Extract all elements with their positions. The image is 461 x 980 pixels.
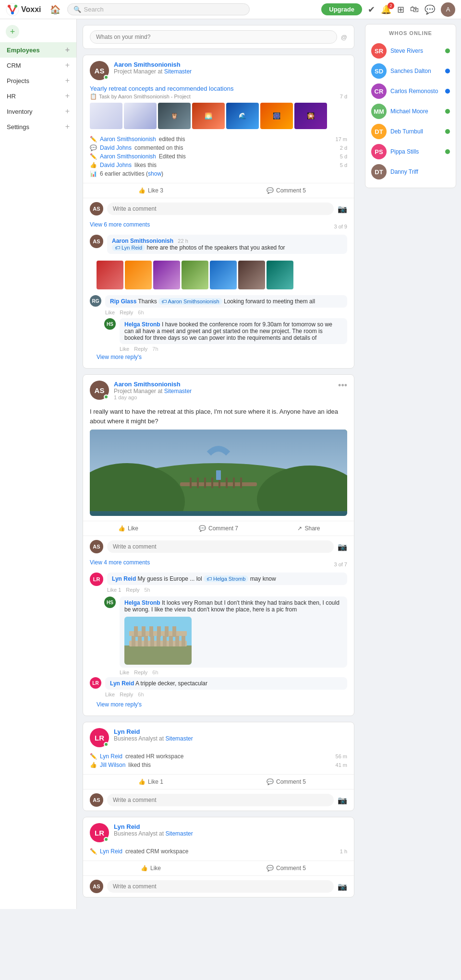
lyn-like[interactable]: Like 1: [107, 587, 121, 593]
show-more-btn[interactable]: show: [148, 170, 161, 177]
comment-mention-1[interactable]: 🏷 Lyn Reid: [112, 244, 145, 251]
activity-user-p3-1[interactable]: Lyn Reid: [100, 753, 122, 760]
activity-user-4[interactable]: David Johns: [100, 162, 132, 168]
sidebar-crm-plus[interactable]: +: [65, 61, 70, 70]
speaker-4[interactable]: [182, 261, 208, 289]
post-3-comment-input[interactable]: [107, 794, 334, 806]
post-2-image[interactable]: [90, 430, 347, 516]
name-deb[interactable]: Deb Turnbull: [390, 128, 441, 135]
post-1-thumb-3[interactable]: 🦉: [158, 103, 191, 129]
post-1-thumb-5[interactable]: 🌊: [226, 103, 259, 129]
compose-input[interactable]: [90, 30, 337, 44]
post-4-like-btn[interactable]: 👍Like: [83, 861, 218, 875]
rip-mention[interactable]: 🏷 Aaron Smithsonionish: [158, 298, 222, 305]
sidebar-add-button[interactable]: +: [6, 25, 19, 38]
camera-icon-4[interactable]: 📷: [338, 882, 347, 891]
post-3-author[interactable]: Lyn Reid: [114, 728, 140, 735]
view-more-replies-2[interactable]: View more reply's: [90, 699, 347, 712]
name-michael[interactable]: Michael Moore: [390, 108, 441, 115]
view-more-comments-2[interactable]: View 4 more comments: [90, 559, 150, 566]
helga-like-2[interactable]: Like: [120, 669, 129, 675]
post-1-like-btn[interactable]: 👍Like 3: [83, 183, 218, 198]
camera-icon-2[interactable]: 📷: [338, 542, 347, 551]
post-1-thumb-4[interactable]: 🌅: [192, 103, 225, 129]
post-1-thumb-6[interactable]: 🎆: [260, 103, 293, 129]
post-2-more[interactable]: •••: [338, 381, 347, 391]
chat-icon[interactable]: 💬: [425, 4, 435, 15]
post-4-comment-btn[interactable]: 💬Comment 5: [218, 861, 354, 875]
speaker-3[interactable]: [153, 261, 180, 289]
post-1-comment-btn[interactable]: 💬Comment 5: [218, 183, 354, 198]
speaker-2[interactable]: [125, 261, 152, 289]
lyn-reid-author[interactable]: Lyn Reid: [112, 575, 136, 582]
camera-icon-3[interactable]: 📷: [338, 796, 347, 805]
camera-icon-1[interactable]: 📷: [338, 204, 347, 214]
lyn-reply-2[interactable]: Reply: [120, 692, 133, 697]
post-2-comment-btn[interactable]: 💬Comment 7: [173, 521, 264, 536]
activity-user-2[interactable]: David Johns: [100, 144, 132, 151]
helga-mention[interactable]: 🏷 Helga Stromb: [204, 575, 248, 582]
activity-user-3[interactable]: Aaron Smithsonionish: [100, 153, 156, 160]
post-1-link-title[interactable]: Yearly retreat concepts and recommended …: [83, 83, 354, 93]
post-1-author[interactable]: Aaron Smithsonionish: [114, 61, 181, 68]
name-steve[interactable]: Steve Rivers: [390, 48, 441, 54]
sidebar-employees-plus[interactable]: +: [65, 46, 70, 54]
grid-icon[interactable]: ⊞: [397, 4, 404, 15]
post-1-thumb-7[interactable]: 🎇: [294, 103, 327, 129]
name-danny[interactable]: Danny Triff: [390, 168, 450, 175]
lyn-reply[interactable]: Reply: [126, 587, 139, 593]
activity-user-1[interactable]: Aaron Smithsonionish: [100, 136, 156, 143]
helga-reply-2[interactable]: Reply: [134, 669, 147, 675]
speaker-5[interactable]: [210, 261, 237, 289]
name-sanches[interactable]: Sanches Dalton: [390, 68, 441, 74]
name-carlos[interactable]: Carlos Remonosto: [390, 88, 441, 95]
sidebar-settings-plus[interactable]: +: [65, 122, 70, 131]
post-2-author[interactable]: Aaron Smithsonionish: [114, 381, 181, 388]
post-4-author[interactable]: Lyn Reid: [114, 823, 140, 830]
search-bar[interactable]: 🔍 Search: [67, 3, 250, 15]
post-1-thumb-1[interactable]: [90, 103, 122, 129]
compose-at-icon[interactable]: @: [341, 34, 347, 41]
rip-glass-author[interactable]: Rip Glass: [110, 298, 136, 305]
sidebar-item-hr[interactable]: HR +: [0, 88, 76, 104]
upgrade-button[interactable]: Upgrade: [321, 3, 362, 15]
rip-reply[interactable]: Reply: [120, 310, 133, 315]
rip-like[interactable]: Like: [105, 310, 115, 315]
helga-author-2[interactable]: Helga Stronb: [124, 599, 160, 606]
sidebar-projects-plus[interactable]: +: [65, 76, 70, 85]
helga-reply-1[interactable]: Reply: [134, 346, 147, 352]
tasks-icon[interactable]: ✔: [368, 4, 375, 15]
view-more-replies-1[interactable]: View more reply's: [90, 352, 347, 364]
sidebar-item-inventory[interactable]: Inventory +: [0, 104, 76, 119]
post-1-comment-input[interactable]: [107, 203, 334, 215]
sidebar-item-crm[interactable]: CRM +: [0, 58, 76, 73]
sidebar-inventory-plus[interactable]: +: [65, 107, 70, 116]
home-icon[interactable]: 🏠: [50, 4, 61, 15]
lyn-author-2[interactable]: Lyn Reid: [110, 680, 134, 687]
post-1-thumb-2[interactable]: [124, 103, 157, 129]
post-4-comment-input[interactable]: [107, 880, 334, 893]
notifications-icon[interactable]: 🔔2: [381, 4, 391, 15]
activity-user-p3-2[interactable]: Jill Wilson: [100, 762, 125, 768]
post-3-comment-btn[interactable]: 💬Comment 5: [218, 775, 354, 789]
aqueduct-image[interactable]: [124, 617, 192, 665]
activity-user-p4-1[interactable]: Lyn Reid: [100, 848, 122, 855]
post-3-like-btn[interactable]: 👍Like 1: [83, 775, 218, 789]
helga-like-1[interactable]: Like: [120, 346, 129, 352]
user-avatar[interactable]: A: [441, 2, 455, 17]
sidebar-item-settings[interactable]: Settings +: [0, 119, 76, 134]
sidebar-item-projects[interactable]: Projects +: [0, 73, 76, 88]
app-logo[interactable]: Voxxi: [6, 3, 41, 16]
bag-icon[interactable]: 🛍: [410, 4, 419, 14]
helga-author-1[interactable]: Helga Stronb: [124, 321, 160, 328]
speaker-7[interactable]: [267, 261, 293, 289]
post-2-share-btn[interactable]: ↗Share: [264, 521, 354, 536]
lyn-like-2[interactable]: Like: [105, 692, 115, 697]
speaker-6[interactable]: [238, 261, 265, 289]
speaker-1[interactable]: [97, 261, 123, 289]
post-2-comment-input[interactable]: [107, 540, 334, 553]
sidebar-hr-plus[interactable]: +: [65, 92, 70, 100]
name-pippa[interactable]: Pippa Stills: [390, 148, 441, 155]
sidebar-item-employees[interactable]: Employees +: [0, 42, 76, 58]
post-2-like-btn[interactable]: 👍Like: [83, 521, 173, 536]
